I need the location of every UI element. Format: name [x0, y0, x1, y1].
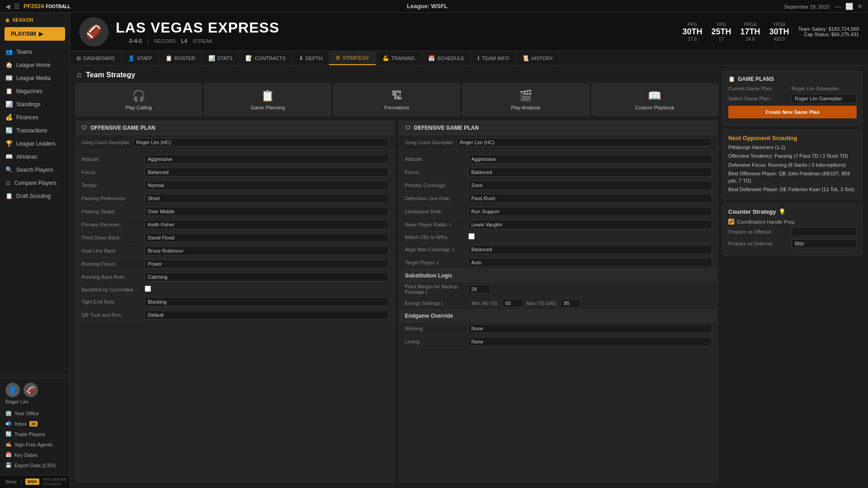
defensive-coach-select[interactable]: Roger Lim (HC) [457, 138, 712, 147]
prepare-defense-select[interactable]: Blitz [792, 239, 857, 248]
tab-icon-staff: 👤 [128, 55, 135, 61]
scouting-item-1: Offensive Tendency: Passing (7 Pass TD /… [728, 153, 857, 160]
team-logo: 🏈 [79, 17, 108, 47]
strategy-btn-formations[interactable]: 🏗Formations [334, 84, 460, 116]
tab-team-info[interactable]: ℹTEAM INFO [471, 51, 516, 65]
offensive-select-5[interactable]: Keith FisherAutoOther [145, 220, 389, 229]
strategy-btn-play-calling[interactable]: 🎧Play Calling [75, 84, 202, 116]
tab-history[interactable]: 📜HISTORY [516, 51, 560, 65]
energy-max-input[interactable] [561, 299, 581, 308]
tab-staff[interactable]: 👤STAFF [122, 51, 159, 65]
offensive-select-8[interactable]: PowerSpeedBalanced [145, 259, 389, 268]
sidebar-item-league-media[interactable]: 📰League Media [0, 71, 70, 84]
sign-free-agents-icon: ✍ [5, 441, 12, 447]
sidebar-item-teams[interactable]: 👥Teams [0, 45, 70, 58]
offensive-select-0[interactable]: AggressiveBalancedConservative [145, 155, 389, 164]
prepare-offense-select[interactable] [792, 227, 857, 236]
sidebar-item-draft-scouting[interactable]: 📋Draft Scouting [0, 189, 70, 202]
counter-strategy-icon: 💡 [778, 208, 786, 215]
defensive-coach-label: Using Coach Gameplan [405, 140, 453, 145]
defensive-select-2[interactable]: ZoneManMixed [468, 181, 712, 190]
strategy-btn-play-analysis[interactable]: 🎬Play Analysis [462, 84, 589, 116]
scouting-item-0: Pittsburgh Hammers (1-2) [728, 144, 857, 151]
play-sim-button[interactable]: PLAY/SIM ▶ [5, 27, 65, 41]
offensive-select-3[interactable]: ShortMediumLong [145, 194, 389, 203]
defensive-select-1[interactable]: BalancedRun StopPass Rush [468, 168, 712, 177]
sidebar-item-almanac[interactable]: 📖Almanac [0, 150, 70, 163]
tab-training[interactable]: 💪TRAINING [376, 51, 422, 65]
offensive-select-9[interactable]: CatchingBlockingBalanced [145, 272, 389, 282]
offensive-select-12[interactable]: DefaultAggressiveConservative [145, 310, 389, 319]
close-btn[interactable]: ✕ [857, 3, 863, 10]
team-stats: PPG30TH17.8YPG25TH17PPGA17TH24.8YPGA30TH… [682, 22, 789, 42]
defensive-coach-dropdown[interactable]: Roger Lim (HC) [457, 138, 712, 147]
defensive-select-0[interactable]: AggressiveBalancedConservative [468, 155, 712, 164]
defensive-select-8[interactable]: Auto [468, 258, 712, 267]
defensive-select-5[interactable]: Lewis Vaughn [468, 220, 712, 229]
game-plans-row: 🛡 OFFENSIVE GAME PLAN Using Coach Gamepl… [75, 121, 718, 483]
coordinators-prep-label: Coordinators Handle Prep: [737, 219, 796, 225]
minimize-btn[interactable]: — [835, 3, 841, 10]
sidebar-bottom-label-your-office: Your Office [14, 411, 39, 416]
record-divider: | [147, 38, 149, 44]
tab-roster[interactable]: 📋ROSTER [159, 51, 202, 65]
coordinators-prep-row[interactable]: Coordinators Handle Prep: [728, 219, 857, 225]
point-margin-input[interactable] [468, 285, 491, 294]
offensive-select-1[interactable]: BalancedRun HeavyPass Heavy [145, 168, 389, 177]
back-icon[interactable]: ◀ [5, 3, 10, 10]
sidebar-item-transactions[interactable]: 🔄Transactions [0, 124, 70, 137]
sidebar-item-league-home[interactable]: 🏠League Home [0, 58, 70, 71]
offensive-plan-header: 🛡 OFFENSIVE GAME PLAN [76, 121, 394, 135]
sidebar-item-league-leaders[interactable]: 🏆League Leaders [0, 137, 70, 150]
strategy-btn-custom-playbook[interactable]: 📖Custom Playbook [592, 84, 718, 116]
defensive-select-4[interactable]: Run SupportPass CoverageBalanced [468, 207, 712, 216]
sidebar-bottom-your-office[interactable]: 🏢Your Office [5, 408, 64, 418]
sidebar-bottom-key-dates[interactable]: 📅Key Dates [5, 450, 64, 460]
strategy-btn-game-planning[interactable]: 📋Game Planning [204, 84, 330, 116]
offensive-checkbox-10[interactable] [145, 286, 151, 292]
sidebar-bottom-export-data[interactable]: 💾Export Data (CSV) [5, 460, 64, 470]
sidebar-item-compare-players[interactable]: ⚖Compare Players [0, 176, 70, 189]
menu-icon[interactable]: ☰ [14, 3, 20, 10]
offensive-select-7[interactable]: Bruce RobinsonAutoOther [145, 246, 389, 255]
create-gameplan-button[interactable]: Create New Game Plan [728, 106, 857, 118]
sidebar-label-search-players: Search Players [16, 167, 53, 173]
offensive-coach-select[interactable]: Roger Lim (HC) [133, 138, 388, 147]
defensive-select-7[interactable]: Balanced [468, 245, 712, 254]
winning-select[interactable]: None [468, 324, 712, 333]
tab-contracts[interactable]: 📝CONTRACTS [239, 51, 292, 65]
offensive-select-11[interactable]: BlockingReceivingBalanced [145, 297, 389, 306]
tab-dashboard[interactable]: ⊞DASHBOARD [70, 51, 122, 65]
restore-btn[interactable]: ⬜ [845, 3, 853, 10]
sidebar-item-magazines[interactable]: 📋Magazines [0, 84, 70, 98]
defensive-select-3[interactable]: Pass RushRun StopBalanced [468, 194, 712, 203]
sidebar-bottom-trade-players[interactable]: 🔄Trade Players [5, 429, 64, 439]
sidebar-item-standings[interactable]: 📊Standings [0, 98, 70, 111]
tab-depth[interactable]: ⬇DEPTH [292, 51, 329, 65]
coordinators-prep-checkbox[interactable] [728, 219, 734, 225]
sidebar-item-finances[interactable]: 💰Finances [0, 111, 70, 124]
team-record-value: 0-4-0 [129, 38, 142, 44]
tab-stats[interactable]: 📊STATS [202, 51, 240, 65]
tab-schedule[interactable]: 📅SCHEDULE [422, 51, 471, 65]
offensive-coach-dropdown[interactable]: Roger Lim (HC) [133, 138, 388, 147]
sidebar-bottom-sign-free-agents[interactable]: ✍Sign Free Agents [5, 439, 64, 450]
losing-select[interactable]: None [468, 337, 712, 346]
sidebar-bottom-nav: 🏢Your Office📬Inbox28🔄Trade Players✍Sign … [5, 408, 64, 470]
switch-plan-select[interactable]: Roger Lim Gameplan [792, 94, 857, 103]
sidebar-bottom-label-key-dates: Key Dates [14, 452, 38, 458]
offensive-field-label-7: Goal Line Back: [81, 248, 145, 253]
prepare-defense-dropdown[interactable]: Blitz [792, 239, 857, 248]
prepare-offense-dropdown[interactable] [792, 227, 857, 236]
defensive-checkbox-6[interactable] [468, 233, 475, 239]
switch-plan-dropdown[interactable]: Roger Lim Gameplan [792, 94, 857, 103]
strategy-buttons-row: 🎧Play Calling📋Game Planning🏗Formations🎬P… [75, 84, 718, 116]
sidebar: ◉ SEASON PLAY/SIM ▶ 👥Teams🏠League Home📰L… [0, 13, 70, 488]
tab-strategy[interactable]: ⚙STRATEGY [329, 51, 376, 65]
offensive-select-4[interactable]: Over MiddleLeftRight [145, 207, 389, 216]
offensive-select-6[interactable]: David FloodAutoOther [145, 233, 389, 242]
energy-min-input[interactable] [502, 299, 523, 308]
offensive-select-2[interactable]: NormalFastSlow [145, 181, 389, 190]
sidebar-item-search-players[interactable]: 🔍Search Players [0, 163, 70, 176]
sidebar-bottom-inbox[interactable]: 📬Inbox28 [5, 418, 64, 429]
